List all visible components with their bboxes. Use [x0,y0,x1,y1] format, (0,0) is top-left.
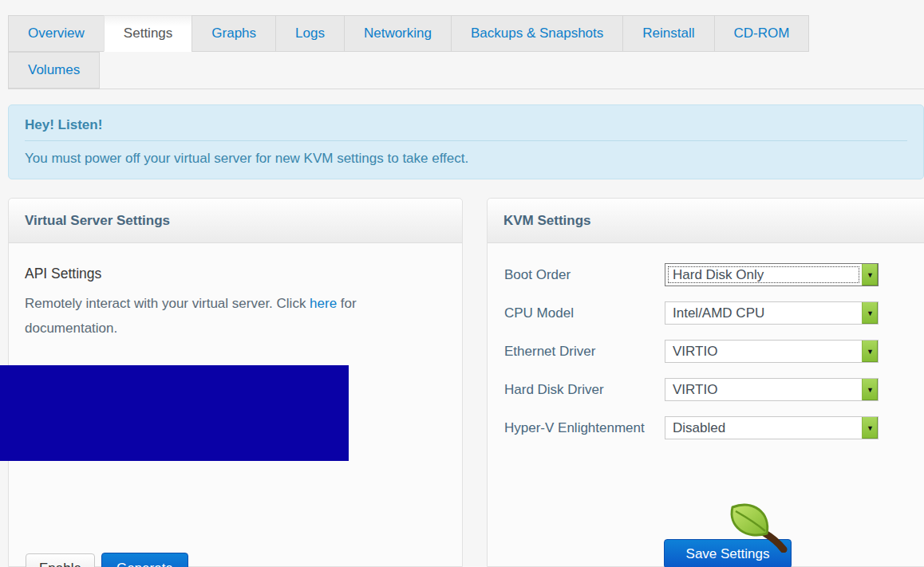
form-row-cpu-model: CPU Model Intel/AMD CPU ▼ [504,301,924,325]
hard-disk-driver-value: VIRTIO [665,382,862,398]
tab-cdrom[interactable]: CD-ROM [714,15,810,52]
hyperv-enlightenment-label: Hyper-V Enlightenment [504,416,665,439]
documentation-link[interactable]: here [310,296,337,311]
hyperv-enlightenment-value: Disabled [665,420,862,436]
tab-reinstall[interactable]: Reinstall [622,15,714,52]
save-settings-button[interactable]: Save Settings [664,539,792,567]
generate-button[interactable]: Generate [101,553,188,567]
api-settings-description: Remotely interact with your virtual serv… [25,291,446,341]
tab-logs[interactable]: Logs [275,15,345,52]
form-row-boot-order: Boot Order Hard Disk Only ▼ [504,263,924,286]
kvm-settings-panel: KVM Settings Boot Order Hard Disk Only ▼… [487,198,924,567]
kvm-form: Boot Order Hard Disk Only ▼ CPU Model In… [488,243,924,439]
kvm-info-alert: Hey! Listen! You must power off your vir… [8,104,924,179]
settings-page: Overview Settings Graphs Logs Networking… [0,0,924,567]
panel-body: Boot Order Hard Disk Only ▼ CPU Model In… [488,243,924,567]
ethernet-driver-select[interactable]: VIRTIO ▼ [665,340,879,363]
cpu-model-select[interactable]: Intel/AMD CPU ▼ [665,301,879,325]
boot-order-label: Boot Order [504,263,665,286]
chevron-down-icon[interactable]: ▼ [862,302,878,324]
form-row-ethernet-driver: Ethernet Driver VIRTIO ▼ [504,340,924,363]
api-desc-text: Remotely interact with your virtual serv… [25,296,310,311]
tab-networking[interactable]: Networking [344,15,452,52]
chevron-down-icon[interactable]: ▼ [862,379,878,400]
hyperv-enlightenment-select[interactable]: Disabled ▼ [665,416,879,439]
tab-bar: Overview Settings Graphs Logs Networking… [8,15,924,89]
cpu-model-value: Intel/AMD CPU [665,305,862,321]
ethernet-driver-label: Ethernet Driver [504,340,665,363]
alert-title: Hey! Listen! [9,105,923,133]
form-row-hard-disk-driver: Hard Disk Driver VIRTIO ▼ [504,378,924,401]
hard-disk-driver-select[interactable]: VIRTIO ▼ [665,378,879,401]
boot-order-value: Hard Disk Only [665,264,862,285]
api-settings-heading: API Settings [25,266,462,282]
api-buttons-row: Enable Generate [26,553,188,567]
chevron-down-icon[interactable]: ▼ [862,417,878,439]
tab-backups-snapshots[interactable]: Backups & Snapshots [451,15,623,52]
ethernet-driver-value: VIRTIO [665,344,862,360]
tab-overview[interactable]: Overview [8,15,105,52]
enable-button[interactable]: Enable [26,553,95,567]
redacted-api-key-overlay [0,365,349,461]
cpu-model-label: CPU Model [504,301,665,325]
panel-title: Virtual Server Settings [9,199,462,243]
tab-graphs[interactable]: Graphs [192,15,276,52]
alert-message: You must power off your virtual server f… [9,141,923,167]
tab-volumes[interactable]: Volumes [8,52,100,89]
panel-title: KVM Settings [488,199,924,243]
form-row-hyperv: Hyper-V Enlightenment Disabled ▼ [504,416,924,439]
boot-order-select[interactable]: Hard Disk Only ▼ [665,263,879,286]
tab-settings[interactable]: Settings [104,15,192,52]
hard-disk-driver-label: Hard Disk Driver [504,378,665,401]
chevron-down-icon[interactable]: ▼ [862,264,878,285]
chevron-down-icon[interactable]: ▼ [862,341,878,362]
